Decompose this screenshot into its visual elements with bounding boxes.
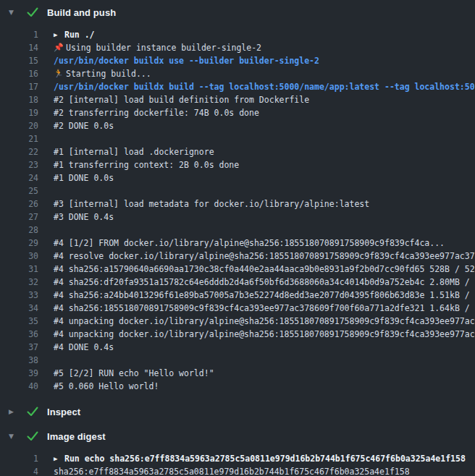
line-number[interactable]: 27 [0,211,38,224]
log-group-header-inspect[interactable]: ▶ Inspect [0,399,475,424]
log-line: 15/usr/bin/docker buildx use --builder b… [0,54,475,67]
log-group-title: Build and push [47,7,116,18]
log-line: 31#4 sha256:a15790640a6690aa1730c38cf0a4… [0,263,475,276]
success-check-icon [27,431,38,441]
line-number[interactable]: 22 [0,145,38,158]
line-number[interactable]: 31 [0,263,38,276]
log-line: 1▶Run echo sha256:e7ff8834a5963a2785c5a0… [0,452,475,465]
log-group-build-and-push: ▼ Build and push 1▶Run ./14📌Using builde… [0,0,475,399]
runner-icon: 🏃 [54,67,66,80]
line-number[interactable]: 35 [0,315,38,328]
line-number[interactable]: 18 [0,93,38,106]
log-text: #3 DONE 0.4s [54,211,114,224]
line-number[interactable]: 4 [0,465,38,476]
log-text: #4 unpacking docker.io/library/alpine@sh… [54,315,475,328]
line-number[interactable]: 26 [0,197,38,211]
log-text: #4 [1/2] FROM docker.io/library/alpine@s… [54,237,445,250]
line-number[interactable]: 34 [0,302,38,315]
play-icon: ▶ [54,28,64,41]
log-lines: 1▶Run echo sha256:e7ff8834a5963a2785c5a0… [0,449,475,476]
log-line: 4sha256:e7ff8834a5963a2785c5a0811e979d16… [0,465,475,476]
line-number[interactable]: 1 [0,28,38,41]
log-line-body: #1 DONE 0.0s [54,171,114,184]
chevron-down-icon: ▼ [9,433,19,440]
log-line: 33#4 sha256:a24bb4013296f61e89ba57005a7b… [0,289,475,302]
line-number[interactable]: 38 [0,354,38,367]
log-group-header-build-and-push[interactable]: ▼ Build and push [0,0,475,25]
log-line-body: /usr/bin/docker buildx build --tag local… [54,80,475,93]
log-text: #1 DONE 0.0s [54,171,114,184]
log-line-body: ▶Run ./ [54,28,95,41]
line-number[interactable]: 21 [0,132,38,145]
line-number[interactable]: 25 [0,184,38,197]
log-line-body: #3 [internal] load metadata for docker.i… [54,197,369,211]
log-line: 24#1 DONE 0.0s [0,171,475,184]
log-line: 30#4 resolve docker.io/library/alpine@sh… [0,250,475,263]
log-line-body: /usr/bin/docker buildx use --builder bui… [54,54,319,67]
workflow-log: ▼ Build and push 1▶Run ./14📌Using builde… [0,0,475,476]
log-line-body: #5 0.060 Hello world! [54,380,159,393]
pushpin-icon: 📌 [54,41,66,54]
log-line-body: #4 DONE 0.4s [54,341,114,354]
log-text: #4 resolve docker.io/library/alpine@sha2… [54,250,475,263]
log-group-header-image-digest[interactable]: ▼ Image digest [0,424,475,449]
log-line-body: #4 unpacking docker.io/library/alpine@sh… [54,328,475,341]
line-number[interactable]: 33 [0,289,38,302]
log-text: #5 [2/2] RUN echo "Hello world!" [54,367,214,380]
line-number[interactable]: 19 [0,106,38,119]
chevron-down-icon: ▼ [9,9,19,16]
play-icon: ▶ [54,452,64,465]
log-text: #2 [internal] load build definition from… [54,93,309,106]
log-line-body: #2 transferring dockerfile: 74B 0.0s don… [54,106,259,119]
line-number[interactable]: 14 [0,41,38,54]
success-check-icon [27,407,38,417]
log-line: 27#3 DONE 0.4s [0,211,475,224]
line-number[interactable]: 15 [0,54,38,67]
log-line: 21 [0,132,475,145]
log-line-body: #4 [1/2] FROM docker.io/library/alpine@s… [54,237,445,250]
log-line: 40#5 0.060 Hello world! [0,380,475,393]
line-number[interactable]: 30 [0,250,38,263]
log-line: 32#4 sha256:df20fa9351a15782c64e6dddb2d4… [0,276,475,289]
log-line-body: #1 transferring context: 2B 0.0s done [54,158,239,171]
log-text: #1 [internal] load .dockerignore [54,145,214,158]
line-number[interactable]: 39 [0,367,38,380]
log-text: Run ./ [64,28,95,41]
log-group-image-digest: ▼ Image digest 1▶Run echo sha256:e7ff883… [0,424,475,476]
line-number[interactable]: 28 [0,224,38,237]
log-line: 19#2 transferring dockerfile: 74B 0.0s d… [0,106,475,119]
line-number[interactable]: 23 [0,158,38,171]
line-number[interactable]: 16 [0,67,38,80]
success-check-icon [27,7,38,17]
line-number[interactable]: 24 [0,171,38,184]
log-line: 1▶Run ./ [0,28,475,41]
line-number[interactable]: 36 [0,328,38,341]
log-line-body: #4 sha256:a15790640a6690aa1730c38cf0a440… [54,263,475,276]
line-number[interactable]: 17 [0,80,38,93]
log-group-title: Image digest [47,431,106,442]
log-line: 16🏃Starting build... [0,67,475,80]
log-text: Starting build... [66,67,151,80]
log-text: #4 sha256:a15790640a6690aa1730c38cf0a440… [54,263,475,276]
log-text: Run echo sha256:e7ff8834a5963a2785c5a081… [64,452,466,465]
log-lines: 1▶Run ./14📌Using builder instance builde… [0,25,475,399]
log-text: sha256:e7ff8834a5963a2785c5a0811e979d16b… [54,465,410,476]
line-number[interactable]: 1 [0,452,38,465]
log-text: #4 sha256:df20fa9351a15782c64e6dddb2d4a6… [54,276,475,289]
line-number[interactable]: 32 [0,276,38,289]
line-number[interactable]: 29 [0,237,38,250]
log-line: 29#4 [1/2] FROM docker.io/library/alpine… [0,237,475,250]
line-number[interactable]: 37 [0,341,38,354]
log-text: #2 DONE 0.0s [54,119,114,132]
log-text: #1 transferring context: 2B 0.0s done [54,158,239,171]
line-number[interactable]: 20 [0,119,38,132]
log-line: 34#4 sha256:185518070891758909c9f839cf4c… [0,302,475,315]
log-text: #2 transferring dockerfile: 74B 0.0s don… [54,106,259,119]
log-line: 28 [0,224,475,237]
line-number[interactable]: 40 [0,380,38,393]
log-line-body: sha256:e7ff8834a5963a2785c5a0811e979d16b… [54,465,410,476]
log-line-body: #4 sha256:185518070891758909c9f839cf4ca3… [54,302,475,315]
chevron-right-icon: ▶ [9,409,19,415]
log-line: 25 [0,184,475,197]
log-line-body: ▶Run echo sha256:e7ff8834a5963a2785c5a08… [54,452,466,465]
